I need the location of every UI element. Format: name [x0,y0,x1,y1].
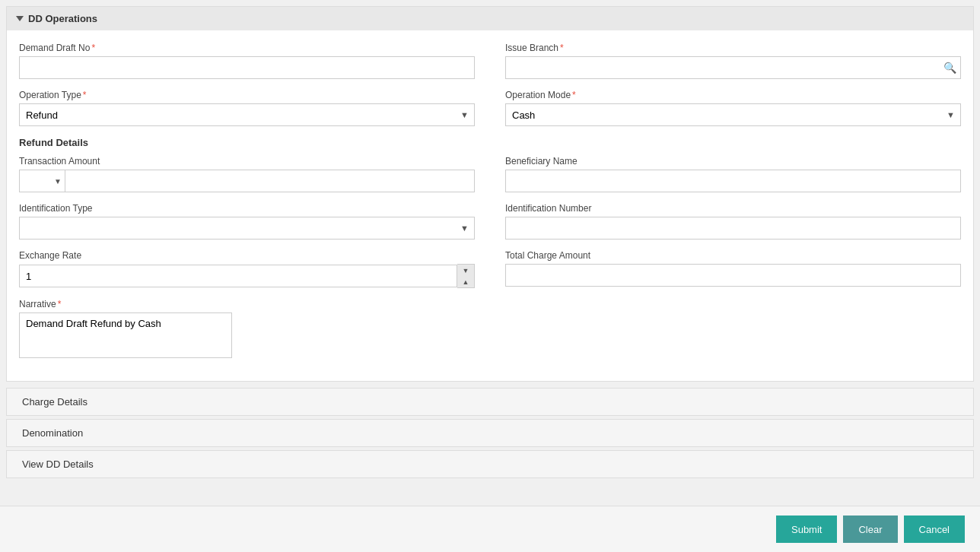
identification-type-label: Identification Type [19,203,475,214]
issue-branch-group: Issue Branch* 🔍 [505,43,961,79]
issue-branch-input[interactable] [505,56,961,79]
identification-type-group: Identification Type Passport National ID… [19,203,475,240]
spinner-down-button[interactable]: ▼ [457,265,474,276]
operation-mode-label: Operation Mode* [505,90,961,100]
beneficiary-name-group: Beneficiary Name [505,156,961,192]
amount-input[interactable] [65,170,475,192]
view-dd-details-section[interactable]: View DD Details [6,450,974,478]
narrative-textarea[interactable]: Demand Draft Refund by Cash [19,312,232,358]
charge-details-section[interactable]: Charge Details [6,388,974,416]
narrative-group: Narrative* Demand Draft Refund by Cash [19,299,475,358]
dd-operations-panel: DD Operations Demand Draft No* Issue Bra… [6,6,974,382]
row-5: Exchange Rate ▼ ▲ Total Charge Amount [19,250,961,288]
main-content: DD Operations Demand Draft No* Issue Bra… [0,0,980,527]
transaction-amount-label: Transaction Amount [19,156,475,167]
currency-select[interactable]: USD EUR [19,170,65,192]
operation-mode-select-wrapper: Cash Account GL ▼ [505,103,961,126]
total-charge-group: Total Charge Amount [505,250,961,288]
operation-type-label: Operation Type* [19,90,475,100]
narrative-spacer [505,299,961,358]
operation-mode-group: Operation Mode* Cash Account GL ▼ [505,90,961,126]
cancel-button[interactable]: Cancel [904,516,965,543]
operation-type-select-wrapper: Refund Cancellation Revalidation ▼ [19,103,475,126]
dd-operations-title: DD Operations [28,13,97,24]
id-type-select-wrapper: Passport National ID Driving License ▼ [19,217,475,240]
row-4: Identification Type Passport National ID… [19,203,961,240]
dd-operations-header[interactable]: DD Operations [7,7,973,30]
identification-number-label: Identification Number [505,203,961,214]
exchange-rate-group: Exchange Rate ▼ ▲ [19,250,475,288]
operation-type-group: Operation Type* Refund Cancellation Reva… [19,90,475,126]
issue-branch-input-wrapper: 🔍 [505,56,961,79]
submit-button[interactable]: Submit [776,516,837,543]
page-wrapper: DD Operations Demand Draft No* Issue Bra… [0,0,980,552]
exchange-rate-input[interactable] [19,265,457,287]
clear-button[interactable]: Clear [843,516,897,543]
exchange-rate-label: Exchange Rate [19,250,475,261]
demand-draft-no-group: Demand Draft No* [19,43,475,79]
currency-select-wrapper: USD EUR ▼ [19,170,65,192]
identification-number-group: Identification Number [505,203,961,240]
row-2: Operation Type* Refund Cancellation Reva… [19,90,961,126]
search-icon[interactable]: 🔍 [943,62,956,74]
identification-type-select[interactable]: Passport National ID Driving License [19,217,475,240]
row-6: Narrative* Demand Draft Refund by Cash [19,299,961,358]
spinner-buttons: ▼ ▲ [457,264,475,288]
beneficiary-name-label: Beneficiary Name [505,156,961,167]
demand-draft-no-label: Demand Draft No* [19,43,475,53]
view-dd-details-label: View DD Details [22,458,94,470]
transaction-amount-group: Transaction Amount USD EUR ▼ [19,156,475,192]
row-3: Transaction Amount USD EUR ▼ [19,156,961,192]
narrative-label: Narrative* [19,299,475,309]
issue-branch-label: Issue Branch* [505,43,961,53]
total-charge-label: Total Charge Amount [505,250,961,261]
denomination-label: Denomination [22,427,83,439]
spinner-up-button[interactable]: ▲ [457,276,474,287]
operation-mode-select[interactable]: Cash Account GL [505,103,961,126]
row-1: Demand Draft No* Issue Branch* 🔍 [19,43,961,79]
collapse-icon [16,16,24,21]
beneficiary-name-input[interactable] [505,170,961,192]
exchange-rate-input-row: ▼ ▲ [19,264,475,288]
operation-type-select[interactable]: Refund Cancellation Revalidation [19,103,475,126]
dd-operations-body: Demand Draft No* Issue Branch* 🔍 [7,30,973,381]
footer-bar: Submit Clear Cancel [0,506,980,552]
demand-draft-no-input[interactable] [19,56,475,79]
charge-details-label: Charge Details [22,396,88,408]
transaction-amount-input-row: USD EUR ▼ [19,170,475,192]
identification-number-input[interactable] [505,217,961,240]
refund-details-label: Refund Details [19,137,961,148]
denomination-section[interactable]: Denomination [6,419,974,447]
total-charge-input [505,264,961,287]
